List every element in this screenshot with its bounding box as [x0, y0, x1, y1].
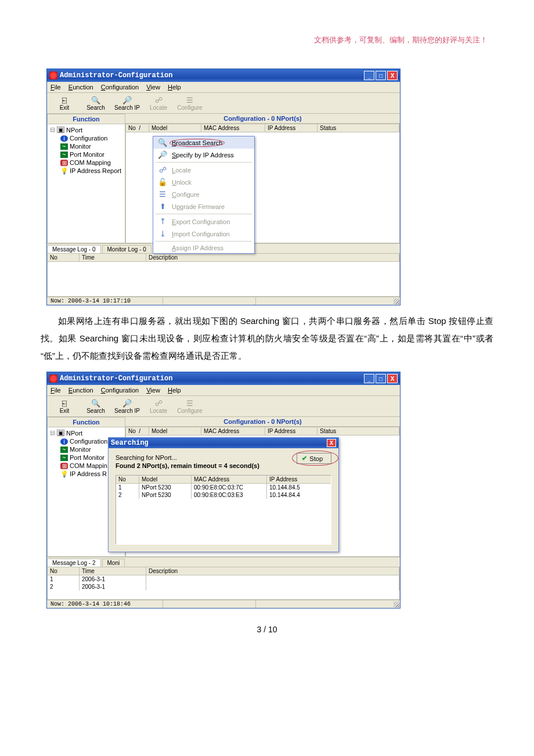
searching-dialog: Searching X Searching for NPort... Found…: [108, 437, 339, 552]
tool-search-ip[interactable]: 🔎Search IP: [113, 397, 141, 414]
export-icon: ⤒: [158, 217, 167, 226]
nport-icon: ▣: [57, 430, 64, 436]
tab-monitor-log[interactable]: Moni: [102, 559, 125, 567]
exit-icon: ⍇: [59, 398, 70, 408]
bulb-icon: 💡: [60, 471, 68, 477]
log-col-desc[interactable]: Description: [146, 254, 399, 261]
import-icon: ⤓: [158, 229, 167, 238]
maximize-button[interactable]: □: [376, 71, 386, 80]
minimize-button[interactable]: _: [364, 71, 374, 80]
tool-configure[interactable]: ☰Configure: [176, 94, 204, 111]
dialog-close-button[interactable]: X: [327, 439, 336, 447]
maximize-button[interactable]: □: [376, 374, 386, 383]
col-ip[interactable]: IP Address: [265, 124, 317, 132]
col-status[interactable]: Status: [317, 427, 399, 435]
ctx-broadcast-search[interactable]: 🔍Broadcast Search: [153, 136, 254, 149]
tree-root-nport[interactable]: ⊟▣NPort: [50, 125, 122, 134]
ctx-locate[interactable]: ☍Locate: [153, 164, 254, 176]
ctx-upgrade-firmware[interactable]: ⬆Upgrade Firmware: [153, 200, 254, 213]
tree-port-monitor[interactable]: ~Port Monitor: [50, 150, 122, 159]
upgrade-icon: ⬆: [158, 202, 167, 211]
dialog-row[interactable]: 1 NPort 5230 00:90:E8:0C:03:7C 10.144.84…: [116, 484, 331, 491]
ctx-configure[interactable]: ☰Configure: [153, 188, 254, 200]
resize-grip-icon[interactable]: [394, 298, 399, 304]
tool-locate[interactable]: ☍Locate: [145, 397, 172, 414]
log-col-no[interactable]: No: [48, 567, 80, 575]
menu-file[interactable]: File: [50, 387, 61, 394]
tool-search-ip[interactable]: 🔎Search IP: [113, 94, 141, 111]
function-header: Function: [48, 114, 125, 124]
com-mapping-icon: ⊞: [60, 463, 68, 469]
col-mac[interactable]: MAC Address: [201, 427, 265, 435]
menu-help[interactable]: Help: [168, 387, 181, 394]
tree-ip-report[interactable]: 💡IP Address Report: [50, 167, 122, 175]
tool-search[interactable]: 🔍Search: [82, 94, 110, 111]
dialog-row[interactable]: 2 NPort 5230 00:90:E8:0C:03:E3 10.144.84…: [116, 491, 331, 499]
configure-icon: ☰: [158, 190, 167, 199]
menu-help[interactable]: Help: [168, 84, 181, 91]
col-ip[interactable]: IP Address: [265, 427, 317, 435]
minimize-button[interactable]: _: [364, 374, 374, 383]
log-col-time[interactable]: Time: [80, 567, 146, 575]
col-no[interactable]: No /: [126, 124, 149, 132]
page-number: 3 / 10: [41, 625, 493, 634]
tree-root-nport[interactable]: ⊟▣NPort: [50, 429, 122, 437]
tree-com-mapping[interactable]: ⊞COM Mapping: [50, 159, 122, 167]
log-col-time[interactable]: Time: [80, 254, 146, 261]
log-col-no[interactable]: No: [48, 254, 80, 261]
log-header: No Time Description: [47, 253, 400, 262]
menu-eunction[interactable]: Eunction: [68, 387, 93, 394]
toolbar: ⍇Exit 🔍Search 🔎Search IP ☍Locate ☰Config…: [47, 93, 400, 114]
dlg-col-model[interactable]: Model: [139, 476, 192, 483]
dlg-col-ip[interactable]: IP Address: [267, 476, 331, 483]
menu-configuration[interactable]: Configuration: [101, 84, 139, 91]
ctx-import-config[interactable]: ⤓Import Configuration: [153, 228, 254, 240]
configure-icon: ☰: [185, 95, 195, 105]
locate-icon: ☍: [153, 398, 164, 408]
tree-monitor[interactable]: ~Monitor: [50, 142, 122, 150]
dialog-title: Searching X: [109, 438, 338, 448]
col-model[interactable]: Model: [149, 427, 201, 435]
tree-configuration[interactable]: iConfiguration: [50, 134, 122, 142]
resize-grip-icon[interactable]: [394, 602, 399, 607]
menu-view[interactable]: View: [146, 84, 160, 91]
app-icon: [49, 375, 57, 383]
specify-ip-icon: 🔎: [158, 150, 167, 159]
body-paragraph: 如果网络上连有串口服务器，就出现如下图的 Searching 窗口，共两个串口服…: [41, 312, 493, 365]
menu-file[interactable]: File: [50, 84, 61, 91]
col-mac[interactable]: MAC Address: [201, 124, 265, 132]
tab-message-log[interactable]: Message Log - 2: [47, 559, 101, 567]
close-button[interactable]: X: [387, 374, 398, 383]
col-status[interactable]: Status: [317, 124, 399, 132]
dlg-col-no[interactable]: No: [116, 476, 139, 483]
log-tabs: Message Log - 2 Moni: [47, 557, 400, 567]
tool-exit[interactable]: ⍇Exit: [50, 94, 78, 111]
ctx-specify-ip[interactable]: 🔎Specify by IP Address: [153, 149, 254, 161]
tool-locate[interactable]: ☍Locate: [145, 94, 172, 111]
app-window-1: Administrator-Configuration _ □ X File E…: [46, 69, 400, 305]
tab-message-log[interactable]: Message Log - 0: [47, 245, 101, 253]
tool-exit[interactable]: ⍇Exit: [50, 397, 78, 414]
col-no[interactable]: No /: [126, 427, 149, 435]
menu-eunction[interactable]: Eunction: [68, 84, 93, 91]
log-col-desc[interactable]: Description: [146, 567, 399, 575]
ctx-unlock[interactable]: 🔓Unlock: [153, 176, 254, 188]
locate-icon: ☍: [158, 165, 167, 174]
ctx-export-config[interactable]: ⤒Export Configuration: [153, 215, 254, 228]
function-header: Function: [48, 417, 125, 427]
menu-view[interactable]: View: [146, 387, 160, 394]
col-model[interactable]: Model: [149, 124, 201, 132]
tool-search[interactable]: 🔍Search: [82, 397, 110, 414]
menu-configuration[interactable]: Configuration: [101, 387, 139, 394]
ctx-assign-ip[interactable]: Assign IP Address: [153, 243, 254, 253]
list-header: No / Model MAC Address IP Address Status: [126, 427, 399, 435]
info-icon: i: [60, 438, 68, 445]
log-row: 2 2006-3-1: [48, 583, 399, 591]
dlg-col-mac[interactable]: MAC Address: [192, 476, 267, 483]
tab-monitor-log[interactable]: Monitor Log - 0: [102, 245, 151, 253]
tool-configure[interactable]: ☰Configure: [176, 397, 204, 414]
menubar: File Eunction Configuration View Help: [47, 385, 400, 396]
app-window-2: Administrator-Configuration _ □ X File E…: [46, 372, 400, 609]
monitor-icon: ~: [60, 447, 68, 453]
close-button[interactable]: X: [387, 71, 398, 80]
